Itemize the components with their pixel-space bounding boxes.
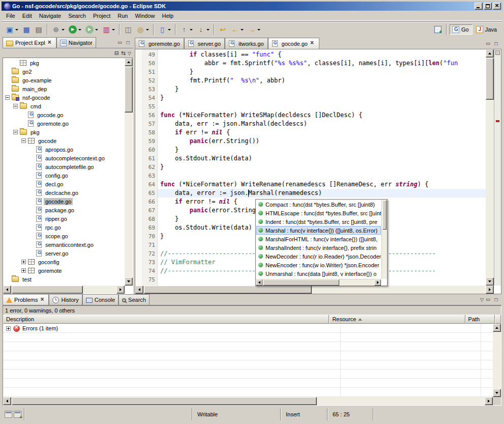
dropdown-arrow-icon[interactable]	[112, 29, 115, 31]
dropdown-arrow-icon[interactable]	[190, 29, 193, 31]
toolbar-next-annotation-button[interactable]: ↓	[195, 23, 212, 36]
fast-view-icon[interactable]	[5, 411, 12, 418]
autocomplete-item-marshalindent[interactable]: MarshalIndent : func(v interface{}, pref…	[256, 243, 381, 252]
scroll-left-icon[interactable]	[3, 397, 11, 405]
explorer-minimize-icon[interactable]	[116, 39, 124, 46]
code-line-59[interactable]: 59 panic(err.String())	[135, 137, 486, 146]
code-line-58[interactable]: 58 if err != nil {	[135, 128, 486, 137]
dropdown-arrow-icon[interactable]	[62, 29, 65, 31]
menu-item-window[interactable]: Window	[131, 12, 158, 20]
menu-item-run[interactable]: Run	[114, 12, 131, 20]
column-divider[interactable]	[340, 324, 341, 397]
problems-row-errors-1-item-[interactable]: Errors (1 item)	[3, 324, 493, 333]
editor-hscrollbar-thumb[interactable]	[144, 286, 312, 294]
minimize-button[interactable]	[475, 3, 483, 10]
editor-maximize-icon[interactable]	[492, 40, 500, 47]
editor-vertical-scrollbar[interactable]	[486, 49, 494, 286]
code-line-63[interactable]: 63	[135, 172, 486, 180]
column-header-resource[interactable]: Resource	[329, 315, 465, 324]
dropdown-arrow-icon[interactable]	[146, 29, 149, 31]
scroll-right-icon[interactable]	[374, 279, 381, 286]
scroll-down-icon[interactable]	[486, 277, 494, 286]
editor-minimize-icon[interactable]	[484, 40, 492, 47]
scroll-right-icon[interactable]	[116, 286, 125, 294]
tree-item-autocompletefile-go[interactable]: autocompletefile.go	[3, 162, 125, 171]
dropdown-arrow-icon[interactable]	[95, 29, 98, 31]
toolbar-print-button[interactable]: ▤	[33, 23, 45, 36]
toolbar-new-wizard-button[interactable]: ▣	[4, 23, 20, 36]
dropdown-arrow-icon[interactable]	[78, 29, 81, 31]
tree-item-goremote-go[interactable]: goremote.go	[3, 119, 125, 128]
toolbar-back-button[interactable]: ←	[229, 23, 246, 36]
autocomplete-item-marshal[interactable]: Marshal : func(v interface{}) ([]uint8, …	[256, 226, 381, 235]
new-fast-view-icon[interactable]	[14, 411, 21, 418]
toolbar-prev-annotation-button[interactable]: ↑	[178, 23, 195, 36]
tree-item-go-example[interactable]: go-example	[3, 76, 125, 84]
tree-item-gocode-go[interactable]: gocode.go	[3, 110, 125, 119]
explorer-maximize-icon[interactable]	[124, 39, 132, 46]
toolbar-task-marker-button[interactable]: ▯	[156, 23, 173, 36]
plus-expander-icon[interactable]	[6, 326, 11, 331]
view-tab-navigator[interactable]: Navigator	[56, 37, 96, 48]
tree-item-server-go[interactable]: server.go	[3, 249, 125, 258]
code-line-65[interactable]: 65 data, error := json.Marshal(renamedes…	[135, 189, 486, 197]
view-tab-project-expl[interactable]: Project Expl	[3, 37, 56, 48]
column-divider[interactable]	[481, 324, 481, 397]
plus-expander-icon[interactable]	[21, 260, 26, 264]
problems-maximize-icon[interactable]	[492, 296, 500, 303]
problems-hscrollbar-thumb[interactable]	[12, 397, 317, 405]
autocomplete-horizontal-scrollbar[interactable]	[256, 279, 381, 286]
dropdown-arrow-icon[interactable]	[206, 29, 210, 31]
tree-item-pkg[interactable]: pkg	[3, 128, 125, 136]
scroll-right-icon[interactable]	[486, 286, 494, 294]
code-line-64[interactable]: 64func (*NiceFormatter) WriteRename(rena…	[135, 180, 486, 189]
tree-hscrollbar-thumb[interactable]	[12, 286, 83, 294]
code-line-52[interactable]: 52 fmt.Printf(" %s\n", abbr)	[135, 76, 486, 85]
minus-expander-icon[interactable]	[5, 95, 10, 100]
autocomplete-hscrollbar-thumb[interactable]	[263, 279, 339, 286]
dropdown-arrow-icon[interactable]	[168, 29, 171, 31]
autocomplete-item-htmlescape[interactable]: HTMLEscape : func(dst *bytes.Buffer, src…	[256, 209, 381, 217]
autocomplete-item-indent[interactable]: Indent : func(dst *bytes.Buffer, src []u…	[256, 217, 381, 226]
toolbar-last-edit-location-button[interactable]: ↩	[217, 23, 229, 36]
autocomplete-vertical-scrollbar[interactable]	[381, 200, 387, 279]
scroll-right-icon[interactable]	[485, 397, 493, 405]
autocomplete-item-unmarshal[interactable]: Unmarshal : func(data []uint8, v interfa…	[256, 269, 381, 278]
toolbar-code-wizard-button[interactable]: ⊛	[50, 23, 67, 36]
autocomplete-item-newdecoder[interactable]: NewDecoder : func(r io.Reader) *json.Dec…	[256, 252, 381, 261]
close-button[interactable]	[493, 3, 501, 10]
code-line-57[interactable]: 57 data, err := json.Marshal(decldescs)	[135, 120, 486, 128]
minus-expander-icon[interactable]	[13, 104, 18, 108]
plus-expander-icon[interactable]	[21, 268, 26, 273]
tree-item-pkg[interactable]: pkg	[3, 59, 125, 67]
tree-item-goremote[interactable]: goremote	[3, 266, 125, 275]
toolbar-open-resource-button[interactable]: ◫	[122, 23, 134, 36]
scroll-up-icon[interactable]	[486, 49, 494, 58]
explorer-view-menu-icon[interactable]	[128, 49, 131, 57]
dropdown-arrow-icon[interactable]	[15, 29, 18, 31]
menu-item-project[interactable]: Project	[90, 12, 114, 20]
tree-item-decl-go[interactable]: decl.go	[3, 180, 125, 188]
error-marker-icon[interactable]	[496, 120, 499, 122]
toolbar-search-button[interactable]: ◎	[134, 23, 151, 36]
editor-scrollbar-thumb[interactable]	[486, 58, 494, 100]
column-header-description[interactable]: Description	[3, 315, 329, 324]
tree-item-go2[interactable]: go2	[3, 67, 125, 76]
code-line-50[interactable]: 50 abbr = fmt.Sprintf("%s %s%s", classes…	[135, 59, 486, 68]
tree-item-gocode[interactable]: gocode	[3, 136, 125, 145]
autocomplete-item-compact[interactable]: Compact : func(dst *bytes.Buffer, src []…	[256, 200, 381, 209]
view-tab-search[interactable]: Search	[118, 294, 150, 305]
scroll-down-icon[interactable]	[493, 389, 501, 397]
perspective-go-button[interactable]: Go	[450, 24, 472, 35]
perspective-java-button[interactable]: Java	[473, 24, 500, 35]
menu-item-file[interactable]: File	[3, 12, 19, 20]
close-icon[interactable]	[40, 297, 45, 303]
tree-item-config-go[interactable]: config.go	[3, 171, 125, 180]
code-line-61[interactable]: 61 os.Stdout.Write(data)	[135, 154, 486, 163]
toolbar-external-tools-button[interactable]: ▥	[100, 23, 117, 36]
scroll-up-icon[interactable]	[493, 324, 501, 332]
tree-item-nsf-gocode[interactable]: nsf-gocode	[3, 93, 125, 102]
close-icon[interactable]	[47, 40, 53, 46]
column-header-path[interactable]: Path	[465, 315, 495, 324]
collapse-all-icon[interactable]	[114, 49, 119, 56]
